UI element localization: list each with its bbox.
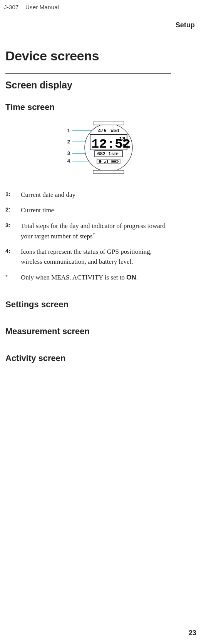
def-val: Total steps for the day and indicator of… (21, 221, 192, 241)
watch-illustration: 1 2 3 4 4/5 Wed (55, 121, 143, 178)
svg-rect-16 (112, 161, 116, 162)
def-key: 1: (5, 190, 21, 197)
footnote-key: * (5, 273, 21, 280)
callout-1: 1 (67, 128, 70, 133)
def-row: 4: Icons that represent the status of GP… (5, 247, 192, 267)
def-val: Current time (21, 205, 192, 215)
def-val: Icons that represent the status of GPS p… (21, 247, 192, 267)
watch-ampm: PM (120, 144, 125, 149)
svg-rect-15 (118, 161, 119, 162)
def-row: 1: Current date and day (5, 190, 192, 200)
svg-point-10 (99, 160, 101, 163)
figure-time-screen: 1 2 3 4 4/5 Wed (5, 121, 192, 178)
svg-rect-5 (93, 122, 124, 125)
product-id: J-307 (4, 4, 19, 10)
svg-rect-13 (107, 160, 108, 163)
watch-seconds: 18 (119, 136, 125, 142)
heading-settings-screen: Settings screen (5, 300, 192, 310)
heading-activity-screen: Activity screen (5, 353, 192, 363)
def-key: 4: (5, 247, 21, 254)
callout-2: 2 (67, 139, 70, 145)
heading-measurement-screen: Measurement screen (5, 326, 192, 336)
def-row: 3: Total steps for the day and indicator… (5, 221, 192, 241)
page-number: 23 (189, 629, 196, 637)
def-key: 2: (5, 205, 21, 213)
svg-rect-11 (104, 162, 105, 163)
section-label: Setup (3, 21, 195, 29)
footnote-row: * Only when MEAS. ACTIVITY is set to ON. (5, 273, 192, 283)
def-key: 3: (5, 221, 21, 228)
title-rule (5, 73, 171, 74)
doc-type: User Manual (25, 4, 59, 10)
heading-time-screen: Time screen (5, 102, 192, 112)
callout-4: 4 (67, 158, 70, 164)
def-val: Current date and day (21, 190, 192, 200)
doc-header: J-307 User Manual (4, 4, 195, 10)
watch-date: 4/5 Wed (98, 128, 119, 134)
svg-rect-6 (93, 170, 124, 173)
time-screen-definitions: 1: Current date and day 2: Current time … (5, 190, 192, 283)
footnote-val: Only when MEAS. ACTIVITY is set to ON. (21, 273, 192, 283)
svg-rect-12 (105, 161, 106, 163)
watch-steps: 682 1STP (97, 151, 118, 157)
callout-3: 3 (67, 150, 70, 156)
page-title: Device screens (5, 48, 192, 63)
def-row: 2: Current time (5, 205, 192, 215)
subhead-screen-display: Screen display (5, 80, 192, 91)
